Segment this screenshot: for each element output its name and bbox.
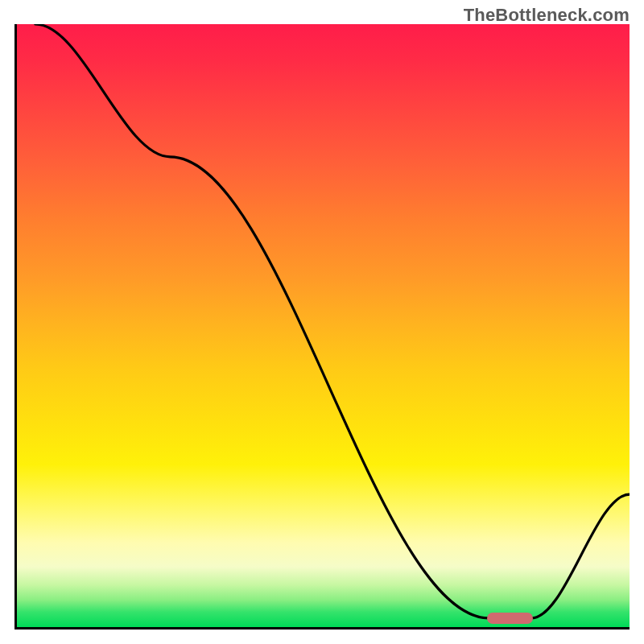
plot-area: [14, 24, 630, 630]
chart-container: TheBottleneck.com: [0, 0, 644, 644]
watermark-text: TheBottleneck.com: [464, 5, 630, 26]
bottleneck-curve: [17, 24, 630, 627]
optimal-range-marker: [487, 613, 533, 624]
